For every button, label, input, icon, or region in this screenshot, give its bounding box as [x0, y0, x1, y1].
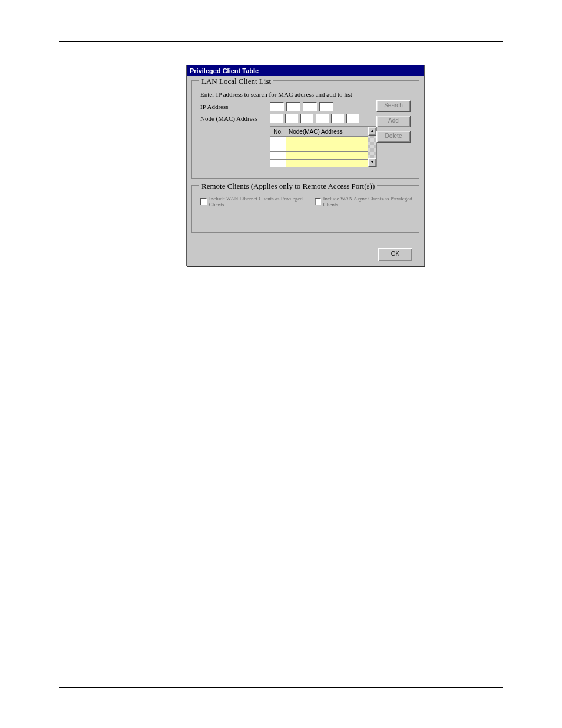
- cell-addr: [286, 137, 368, 144]
- scroll-down-button[interactable]: ▾: [368, 158, 376, 167]
- table-row[interactable]: [270, 137, 368, 144]
- dialog-body: LAN Local Client List Enter IP address t…: [187, 76, 424, 266]
- checkbox-icon: [315, 198, 321, 205]
- mac-hex-5[interactable]: [331, 114, 344, 123]
- mac-hex-2[interactable]: [285, 114, 298, 123]
- page-top-rule: [59, 41, 503, 42]
- page-bottom-rule: [59, 687, 503, 688]
- cell-no: [270, 160, 286, 167]
- mac-label: Node (MAC) Address: [197, 115, 270, 122]
- table-row[interactable]: [270, 144, 368, 152]
- ok-button[interactable]: OK: [378, 248, 412, 261]
- mac-table-header-row: No. Node(MAC) Address: [270, 127, 368, 137]
- lan-instruction: Enter IP address to search for MAC addre…: [200, 91, 414, 98]
- mac-hex-4[interactable]: [316, 114, 329, 123]
- dialog-title-bar: Privileged Client Table: [187, 65, 424, 76]
- col-header-no: No.: [270, 127, 286, 137]
- lan-buttons-col: Search Add Delete: [376, 100, 411, 143]
- lan-group: LAN Local Client List Enter IP address t…: [191, 80, 419, 179]
- chk-wan-ethernet[interactable]: Include WAN Ethernet Clients as Privileg…: [200, 196, 304, 207]
- ip-label: IP Address: [197, 103, 270, 110]
- mac-table: No. Node(MAC) Address: [270, 126, 368, 167]
- remote-checks: Include WAN Ethernet Clients as Privileg…: [197, 196, 414, 207]
- search-button[interactable]: Search: [376, 100, 411, 112]
- mac-hex-3[interactable]: [300, 114, 313, 123]
- table-row[interactable]: [270, 152, 368, 160]
- mac-hex-6[interactable]: [346, 114, 359, 123]
- lan-legend: LAN Local Client List: [199, 77, 273, 86]
- privileged-client-dialog: Privileged Client Table LAN Local Client…: [186, 65, 425, 266]
- ok-row: OK: [191, 246, 419, 261]
- add-button[interactable]: Add: [376, 116, 411, 127]
- cell-no: [270, 152, 286, 160]
- chk-wan-async-label: Include WAN Async Clients as Privileged …: [323, 196, 414, 207]
- cell-no: [270, 144, 286, 152]
- remote-legend: Remote Clients (Applies only to Remote A…: [199, 182, 377, 191]
- ip-octet-2[interactable]: [286, 102, 300, 111]
- chk-wan-ethernet-label: Include WAN Ethernet Clients as Privileg…: [209, 196, 304, 207]
- cell-addr: [286, 144, 368, 152]
- mac-hex-1[interactable]: [270, 114, 283, 123]
- cell-addr: [286, 160, 368, 167]
- remote-group: Remote Clients (Applies only to Remote A…: [191, 185, 419, 233]
- table-scrollbar[interactable]: ▴ ▾: [368, 126, 377, 167]
- delete-button[interactable]: Delete: [376, 131, 411, 143]
- chk-wan-async[interactable]: Include WAN Async Clients as Privileged …: [315, 196, 414, 207]
- table-row[interactable]: [270, 160, 368, 167]
- ip-octet-1[interactable]: [270, 102, 284, 111]
- checkbox-icon: [200, 198, 207, 205]
- scroll-track[interactable]: [368, 136, 376, 158]
- ip-octet-3[interactable]: [303, 102, 317, 111]
- col-header-addr: Node(MAC) Address: [286, 127, 368, 137]
- cell-no: [270, 137, 286, 144]
- scroll-up-button[interactable]: ▴: [368, 127, 376, 136]
- ip-octet-4[interactable]: [319, 102, 333, 111]
- dialog-title-text: Privileged Client Table: [190, 67, 259, 74]
- cell-addr: [286, 152, 368, 160]
